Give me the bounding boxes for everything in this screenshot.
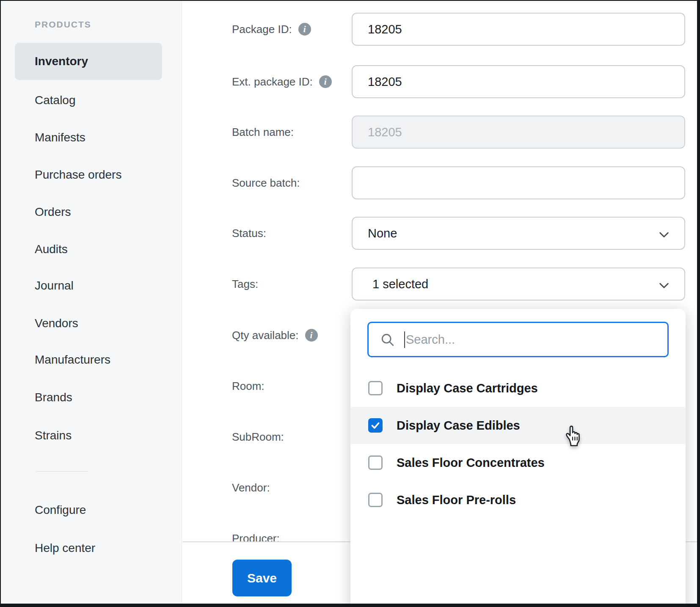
checkbox-unchecked-icon[interactable] [368,381,383,395]
save-button[interactable]: Save [232,560,292,596]
batch-name-label-group: Batch name: [232,124,294,141]
search-input[interactable] [406,323,660,356]
sidebar-item-label: Catalog [35,94,76,107]
sidebar-item-label: Manifests [35,131,85,144]
sidebar-section-label: PRODUCTS [35,19,91,30]
source-batch-label: Source batch: [232,177,300,190]
qty-available-label-group: Qty available:i [232,327,318,344]
sidebar-item-label: Orders [35,205,71,219]
room-label: Room: [232,380,265,393]
vendor-label-group: Vendor: [232,479,270,496]
sidebar-item-configure[interactable]: Configure [1,497,182,523]
package-id-label-group: Package ID:i [232,21,311,38]
ext-package-id-label-group: Ext. package ID:i [232,73,332,90]
tag-option-label: Sales Floor Concentrates [397,456,545,470]
batch-name-input [352,116,685,149]
info-icon[interactable]: i [305,329,318,342]
sidebar: PRODUCTS InventoryCatalogManifestsPurcha… [1,1,182,604]
tags-search-box [367,322,669,357]
ext-package-id-label: Ext. package ID: [232,75,313,88]
subroom-label: SubRoom: [232,430,284,444]
package-id-input[interactable] [352,13,685,46]
sidebar-item-inventory[interactable]: Inventory [1,49,182,74]
tag-option-display-case-edibles[interactable]: Display Case Edibles [350,407,686,444]
vendor-label: Vendor: [232,481,270,494]
checkbox-unchecked-icon[interactable] [368,493,383,507]
tag-option-label: Display Case Edibles [397,419,520,433]
tag-option-sales-floor-concentrates[interactable]: Sales Floor Concentrates [350,444,686,481]
sidebar-item-audits[interactable]: Audits [1,237,182,262]
sidebar-item-label: Purchase orders [35,168,121,182]
tag-option-display-case-cartridges[interactable]: Display Case Cartridges [350,370,686,407]
tags-label-group: Tags: [232,276,258,292]
checkbox-checked-icon[interactable] [368,418,383,433]
room-label-group: Room: [232,378,265,395]
sidebar-item-label: Journal [35,279,74,292]
subroom-label-group: SubRoom: [232,428,284,445]
sidebar-item-strains[interactable]: Strains [1,423,182,448]
source-batch-label-group: Source batch: [232,174,300,191]
sidebar-item-orders[interactable]: Orders [1,199,182,225]
qty-available-label: Qty available: [232,329,299,342]
ext-package-id-input[interactable] [352,65,685,98]
tags-selected-value: 1 selected [372,277,428,291]
package-id-label: Package ID: [232,23,292,36]
sidebar-item-label: Manufacturers [35,353,110,367]
tags-option-list: Display Case CartridgesDisplay Case Edib… [350,370,686,519]
sidebar-item-brands[interactable]: Brands [1,385,182,410]
sidebar-item-help-center[interactable]: Help center [1,535,182,561]
tags-label: Tags: [232,278,258,291]
sidebar-divider [36,471,88,472]
info-icon[interactable]: i [298,23,311,36]
checkmark-icon [370,420,381,431]
status-label: Status: [232,227,266,240]
text-caret [404,331,405,348]
sidebar-item-label: Strains [35,429,72,442]
chevron-down-icon [657,228,671,241]
search-icon [380,333,395,347]
sidebar-item-label: Help center [35,541,95,555]
sidebar-item-label: Vendors [35,317,78,330]
tag-option-label: Display Case Cartridges [397,381,538,395]
info-icon[interactable]: i [319,75,332,88]
status-select[interactable]: None [352,217,685,250]
sidebar-item-purchase-orders[interactable]: Purchase orders [1,162,182,188]
sidebar-item-vendors[interactable]: Vendors [1,311,182,336]
sidebar-item-label: Inventory [35,55,88,68]
source-batch-input[interactable] [352,166,685,199]
status-label-group: Status: [232,225,266,242]
tags-dropdown-panel: Display Case CartridgesDisplay Case Edib… [350,309,686,607]
sidebar-item-manufacturers[interactable]: Manufacturers [1,347,182,372]
sidebar-item-label: Audits [35,243,68,256]
checkbox-unchecked-icon[interactable] [368,455,383,470]
sidebar-item-label: Brands [35,391,72,404]
tag-option-sales-floor-pre-rolls[interactable]: Sales Floor Pre-rolls [350,481,686,519]
batch-name-label: Batch name: [232,126,294,139]
sidebar-item-manifests[interactable]: Manifests [1,125,182,150]
status-selected-value: None [368,226,397,240]
sidebar-item-journal[interactable]: Journal [1,273,182,298]
chevron-down-icon [657,279,671,292]
sidebar-item-catalog[interactable]: Catalog [1,88,182,113]
sidebar-item-label: Configure [35,503,86,517]
tags-select[interactable]: 1 selected [352,268,685,301]
tag-option-label: Sales Floor Pre-rolls [397,493,516,507]
app-window: PRODUCTS InventoryCatalogManifestsPurcha… [0,0,700,607]
